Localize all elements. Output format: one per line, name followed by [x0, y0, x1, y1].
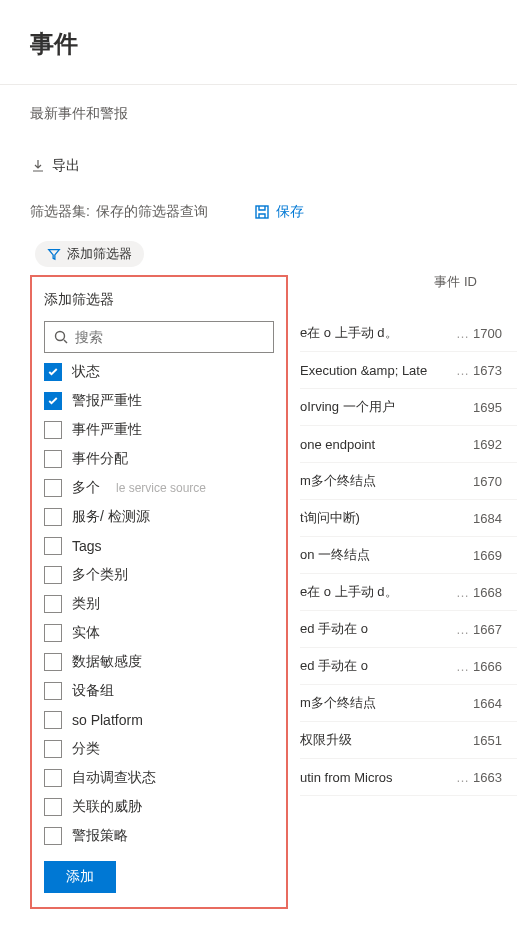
- incident-name: e在 o 上手动 d。: [300, 324, 456, 342]
- checkbox-icon[interactable]: [44, 653, 62, 671]
- incident-id: 1669: [473, 548, 517, 563]
- incident-name: m多个终结点: [300, 694, 473, 712]
- ellipsis-icon: …: [456, 770, 469, 785]
- filter-option[interactable]: 分类: [44, 740, 274, 758]
- filter-option-label: 数据敏感度: [72, 653, 142, 671]
- checkbox-icon[interactable]: [44, 595, 62, 613]
- filterset-row: 筛选器集: 保存的筛选器查询 保存: [0, 185, 517, 229]
- filter-option-label: so Platform: [72, 712, 143, 728]
- save-label: 保存: [276, 203, 304, 221]
- filter-option[interactable]: 类别: [44, 595, 274, 613]
- checkbox-icon[interactable]: [44, 537, 62, 555]
- funnel-icon: [47, 247, 61, 261]
- filter-option[interactable]: Tags: [44, 537, 274, 555]
- table-row[interactable]: m多个终结点1664: [300, 685, 517, 722]
- incident-id: 1664: [473, 696, 517, 711]
- filter-option-label: 类别: [72, 595, 100, 613]
- add-button[interactable]: 添加: [44, 861, 116, 893]
- incident-id: 1668: [473, 585, 517, 600]
- checkbox-icon[interactable]: [44, 508, 62, 526]
- filter-option[interactable]: 多个le service source: [44, 479, 274, 497]
- incident-name: e在 o 上手动 d。: [300, 583, 456, 601]
- table-row[interactable]: Execution &amp; Late…1673: [300, 352, 517, 389]
- table-row[interactable]: e在 o 上手动 d。…1700: [300, 315, 517, 352]
- table-row[interactable]: ed 手动在 o…1667: [300, 611, 517, 648]
- filter-option[interactable]: 警报严重性: [44, 392, 274, 410]
- search-icon: [53, 329, 69, 345]
- checkbox-icon[interactable]: [44, 392, 62, 410]
- export-button[interactable]: 导出: [52, 157, 80, 175]
- checkbox-icon[interactable]: [44, 711, 62, 729]
- filter-option-label: 事件分配: [72, 450, 128, 468]
- filter-option-label: 状态: [72, 363, 100, 381]
- incident-id: 1684: [473, 511, 517, 526]
- checkbox-icon[interactable]: [44, 566, 62, 584]
- incident-name: oIrving 一个用户: [300, 398, 473, 416]
- checkbox-icon[interactable]: [44, 450, 62, 468]
- incident-id: 1666: [473, 659, 517, 674]
- incident-id: 1695: [473, 400, 517, 415]
- add-filter-chip[interactable]: 添加筛选器: [35, 241, 144, 267]
- checkbox-icon[interactable]: [44, 479, 62, 497]
- filter-option[interactable]: 事件分配: [44, 450, 274, 468]
- checkbox-icon[interactable]: [44, 827, 62, 845]
- filter-checklist: 状态警报严重性事件严重性事件分配多个le service source服务/ 检…: [44, 363, 274, 845]
- checkbox-icon[interactable]: [44, 363, 62, 381]
- filter-option-label: 分类: [72, 740, 100, 758]
- column-header-id[interactable]: 事件 ID: [434, 273, 477, 291]
- checkbox-icon[interactable]: [44, 798, 62, 816]
- incident-name: m多个终结点: [300, 472, 473, 490]
- search-input-wrap[interactable]: [44, 321, 274, 353]
- checkbox-icon[interactable]: [44, 682, 62, 700]
- checkbox-icon[interactable]: [44, 769, 62, 787]
- table-row[interactable]: ed 手动在 o…1666: [300, 648, 517, 685]
- table-row[interactable]: utin from Micros…1663: [300, 759, 517, 796]
- checkbox-icon[interactable]: [44, 421, 62, 439]
- filter-option[interactable]: 自动调查状态: [44, 769, 274, 787]
- filter-option-label: 自动调查状态: [72, 769, 156, 787]
- filterset-query: 保存的筛选器查询: [96, 203, 208, 221]
- save-button[interactable]: 保存: [254, 203, 304, 221]
- filter-option[interactable]: 多个类别: [44, 566, 274, 584]
- filter-option[interactable]: so Platform: [44, 711, 274, 729]
- filter-option-label: 警报策略: [72, 827, 128, 845]
- filter-option[interactable]: 数据敏感度: [44, 653, 274, 671]
- popup-title: 添加筛选器: [44, 291, 274, 309]
- incident-list: e在 o 上手动 d。…1700Execution &amp; Late…167…: [300, 315, 517, 796]
- filter-option[interactable]: 警报策略: [44, 827, 274, 845]
- filter-option-label: 实体: [72, 624, 100, 642]
- filter-option-label: 事件严重性: [72, 421, 142, 439]
- filter-option[interactable]: 事件严重性: [44, 421, 274, 439]
- ellipsis-icon: …: [456, 659, 469, 674]
- ellipsis-icon: …: [456, 622, 469, 637]
- filter-option-label: 设备组: [72, 682, 114, 700]
- incident-id: 1651: [473, 733, 517, 748]
- table-row[interactable]: on 一终结点1669: [300, 537, 517, 574]
- toolbar: 导出: [0, 129, 517, 185]
- filter-option[interactable]: 关联的威胁: [44, 798, 274, 816]
- incident-id: 1700: [473, 326, 517, 341]
- incident-id: 1663: [473, 770, 517, 785]
- filter-option[interactable]: 服务/ 检测源: [44, 508, 274, 526]
- search-input[interactable]: [75, 329, 265, 345]
- table-row[interactable]: oIrving 一个用户1695: [300, 389, 517, 426]
- checkbox-icon[interactable]: [44, 740, 62, 758]
- export-icon[interactable]: [30, 158, 46, 174]
- incident-id: 1692: [473, 437, 517, 452]
- table-row[interactable]: one endpoint1692: [300, 426, 517, 463]
- filter-option-label: 警报严重性: [72, 392, 142, 410]
- filter-option-label: 服务/ 检测源: [72, 508, 150, 526]
- filter-option[interactable]: 实体: [44, 624, 274, 642]
- filter-option[interactable]: 设备组: [44, 682, 274, 700]
- table-row[interactable]: t询问中断)1684: [300, 500, 517, 537]
- incident-name: Execution &amp; Late: [300, 363, 456, 378]
- table-row[interactable]: 权限升级1651: [300, 722, 517, 759]
- incident-name: one endpoint: [300, 437, 473, 452]
- save-icon: [254, 204, 270, 220]
- table-row[interactable]: e在 o 上手动 d。…1668: [300, 574, 517, 611]
- incident-name: ed 手动在 o: [300, 620, 456, 638]
- checkbox-icon[interactable]: [44, 624, 62, 642]
- filter-option[interactable]: 状态: [44, 363, 274, 381]
- table-row[interactable]: m多个终结点1670: [300, 463, 517, 500]
- filter-option-extra: le service source: [116, 481, 206, 495]
